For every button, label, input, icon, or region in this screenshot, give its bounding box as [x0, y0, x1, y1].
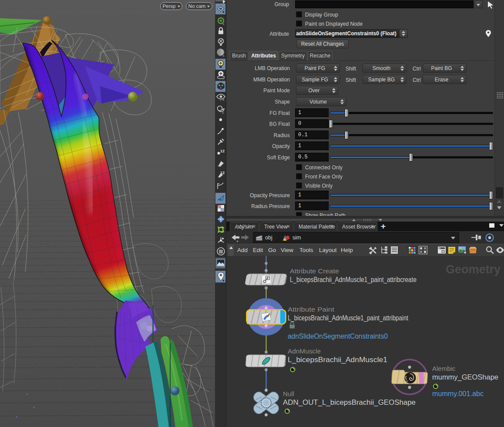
- svg-text:Geometry: Geometry: [446, 263, 501, 276]
- svg-text:Attribute Create: Attribute Create: [290, 267, 339, 275]
- svg-text:Null: Null: [283, 390, 294, 397]
- svg-text:L_bicepsBrachii_AdnMuscle1: L_bicepsBrachii_AdnMuscle1: [288, 356, 387, 364]
- svg-text:Attribute Paint: Attribute Paint: [288, 306, 335, 313]
- svg-text:mummy_GEOShape: mummy_GEOShape: [432, 373, 498, 381]
- svg-text:AdnMuscle: AdnMuscle: [288, 347, 321, 355]
- svg-text:L_bicepsBrachii_AdnMuscle1_pai: L_bicepsBrachii_AdnMuscle1_paint_attribp…: [288, 314, 408, 322]
- svg-text:adnSlideOnSegmentConstraints0: adnSlideOnSegmentConstraints0: [288, 333, 388, 340]
- svg-text:L_bicepsBrachii_AdnMuscle1_pai: L_bicepsBrachii_AdnMuscle1_paint_attribc…: [290, 276, 417, 284]
- svg-text:12: 12: [220, 171, 225, 175]
- svg-text:mummy.001.abc: mummy.001.abc: [432, 390, 484, 397]
- svg-text:ADN_OUT_L_bicepsBrachii_GEOSha: ADN_OUT_L_bicepsBrachii_GEOShape: [283, 398, 416, 407]
- svg-text:12: 12: [220, 149, 225, 153]
- svg-text:Alembic: Alembic: [432, 365, 456, 372]
